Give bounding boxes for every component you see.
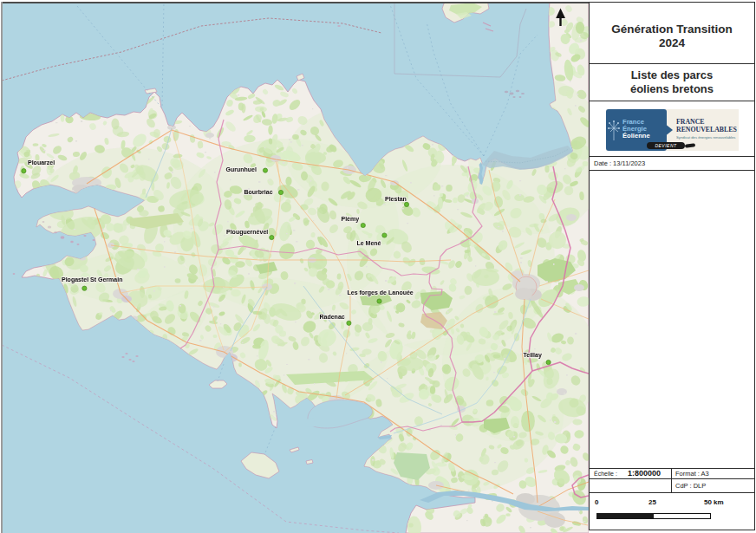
svg-text:Plogastel St Germain: Plogastel St Germain — [62, 276, 122, 283]
svg-text:Radenac: Radenac — [320, 314, 345, 320]
svg-text:Le Mené: Le Mené — [357, 240, 381, 246]
svg-text:Gurunhuel: Gurunhuel — [226, 166, 257, 172]
svg-text:Plémy: Plémy — [342, 216, 360, 223]
svg-text:Bourbriac: Bourbriac — [244, 189, 273, 195]
svg-text:Les forges de Lanouée: Les forges de Lanouée — [348, 289, 414, 296]
svg-text:Plestan: Plestan — [385, 196, 407, 202]
svg-text:Plouguernével: Plouguernével — [226, 229, 268, 236]
svg-text:Plouarzel: Plouarzel — [28, 159, 55, 166]
svg-text:Teillay: Teillay — [524, 352, 542, 359]
